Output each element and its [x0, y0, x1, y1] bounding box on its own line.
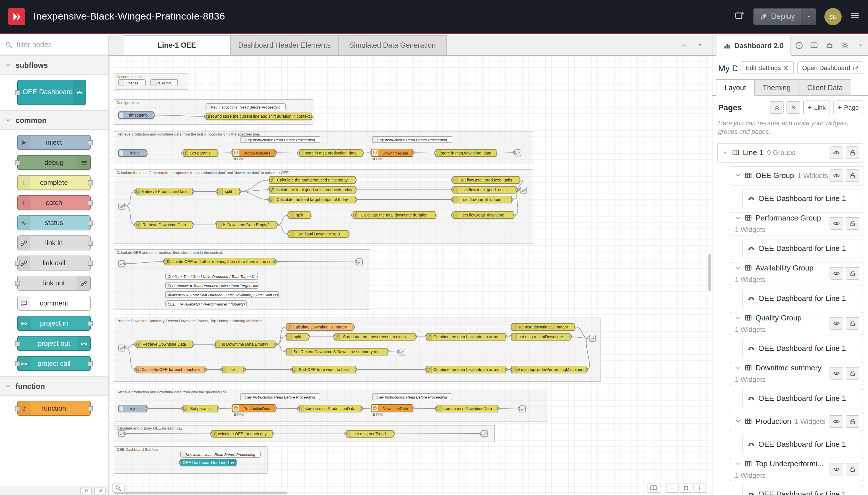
flow-node-comment[interactable]: Key Instructions: Read Before Proceeding: [206, 103, 286, 110]
flow-group[interactable]: Retrieve production and downtime data fr…: [114, 131, 533, 164]
flow-node-function[interactable]: ƒCalculate the total good units produced…: [269, 186, 356, 193]
flow-node-link[interactable]: [520, 187, 527, 193]
flow-node-change[interactable]: store in msg.downtime_data: [435, 149, 497, 157]
palette-node-project-in[interactable]: project in: [17, 316, 91, 331]
flow-node-db[interactable]: ProductionDataFWC: [232, 404, 276, 412]
tree-row-group[interactable]: Top Underperformi...1 Widgets: [730, 457, 863, 481]
flow-node-function[interactable]: ƒCombine the data back into an array.: [426, 366, 506, 373]
flow-node-comment[interactable]: OEE = (Availability) * (Performance) * (…: [165, 300, 247, 307]
flow-node-comment[interactable]: License: [118, 79, 146, 86]
flow-node-comment[interactable]: Quality = Total Good Units Produced / To…: [165, 273, 258, 280]
lock-toggle[interactable]: [846, 146, 860, 159]
flow-node-split[interactable]: split: [286, 333, 309, 341]
lock-toggle[interactable]: [846, 217, 860, 230]
tab-dashboard-2[interactable]: Dashboard 2.0: [716, 36, 791, 56]
tree-row-group[interactable]: Performance Group1 Widgets: [730, 211, 863, 235]
main-menu-button[interactable]: [850, 10, 860, 22]
flow-node-function[interactable]: ƒcalculate OEE for each day: [211, 430, 273, 438]
visibility-toggle[interactable]: [830, 317, 843, 330]
inject-button[interactable]: [119, 113, 123, 118]
visibility-toggle[interactable]: [830, 267, 843, 280]
palette-node-link-out[interactable]: link out: [17, 276, 91, 291]
palette-node-project-out[interactable]: project out: [17, 336, 91, 351]
palette-node-comment[interactable]: comment: [17, 296, 91, 311]
lock-toggle[interactable]: [846, 367, 860, 379]
palette-node-debug[interactable]: debug: [17, 155, 91, 170]
visibility-toggle[interactable]: [830, 415, 843, 428]
lock-toggle[interactable]: [846, 415, 860, 428]
flow-node-comment[interactable]: Key Instructions: Read Before Proceeding: [372, 393, 452, 400]
flow-node-db[interactable]: DowntimeDataFWC: [371, 404, 413, 412]
tab-info[interactable]: [791, 35, 806, 55]
visibility-toggle[interactable]: [830, 217, 843, 230]
inject-button[interactable]: [119, 151, 123, 156]
flow-node-db[interactable]: ProductionDataFWC: [232, 149, 276, 157]
flow-node-funcorange[interactable]: ƒCalculate Downtime Summary: [286, 323, 354, 331]
flow-node-change[interactable]: set msg.downtimeSummary: [511, 323, 575, 331]
tree-row-group[interactable]: Availability Group1 Widgets: [730, 261, 863, 285]
flow-node-function[interactable]: ƒSet params: [183, 405, 218, 412]
tree-row-widget[interactable]: OEE Dashboard for Line 1: [742, 239, 863, 258]
flow-node-change[interactable]: set msg.oeeTrend: [346, 430, 394, 438]
chevron-down-icon[interactable]: [735, 418, 741, 424]
flow-node-function[interactable]: ƒRetrieve Downtime Data: [136, 221, 193, 228]
flow-node-link[interactable]: [398, 348, 405, 356]
flow-node-split[interactable]: split: [217, 188, 240, 195]
tree-row-group[interactable]: Downtime summery1 Widgets: [730, 361, 863, 385]
flow-node-function[interactable]: ƒCalculate OEE and other metrics, then s…: [164, 258, 276, 265]
tab-layout[interactable]: Layout: [716, 79, 754, 96]
deploy-button[interactable]: Deploy: [753, 8, 816, 25]
flow-node-link[interactable]: [514, 149, 521, 156]
sidebar-tab-list-button[interactable]: [852, 35, 868, 55]
flow-node-change[interactable]: set msg.topUnderPerformingMachines: [511, 366, 587, 373]
palette-collapse-categories-button[interactable]: [80, 487, 92, 494]
flowfuse-logo[interactable]: [8, 8, 25, 25]
flow-node-change[interactable]: set flow.total_good_units: [452, 186, 517, 193]
flow-node-link[interactable]: [118, 344, 125, 352]
palette-node-catch[interactable]: !catch: [17, 195, 91, 210]
palette-node-link-call[interactable]: link call: [17, 256, 91, 271]
flow-node-link[interactable]: [589, 335, 596, 342]
flow-node-switch[interactable]: Is Downtime Data Empty?: [215, 341, 276, 348]
flow-node-comment[interactable]: Key Instructions: Read Before Proceeding: [180, 451, 261, 458]
tree-row-widget[interactable]: OEE Dashboard for Line 1: [742, 189, 863, 208]
visibility-toggle[interactable]: [830, 367, 843, 379]
canvas-navigator-button[interactable]: [647, 483, 660, 493]
palette-node-function[interactable]: ffunction: [17, 401, 91, 416]
flow-node-change[interactable]: set flow.total_produced_units: [452, 176, 520, 184]
tree-row-widget[interactable]: OEE Dashboard for Line 1: [742, 389, 863, 408]
lock-toggle[interactable]: [846, 267, 860, 280]
flow-node-comment[interactable]: README: [151, 79, 178, 86]
palette-node-status[interactable]: status: [17, 215, 91, 230]
flow-node-comment[interactable]: Performance = Total Produced Units / Tot…: [165, 282, 258, 289]
open-dashboard-button[interactable]: Open Dashboard: [797, 62, 863, 74]
canvas-vscrollbar[interactable]: [708, 254, 711, 291]
flow-node-comment[interactable]: Key Instructions: Read Before Proceeding: [372, 136, 452, 143]
flow-node-function[interactable]: ƒSet and store the current line and shif…: [206, 113, 312, 120]
flow-node-split[interactable]: split: [222, 366, 245, 373]
flow-node-change[interactable]: set flow.target_output: [452, 196, 512, 203]
flow-node-inject[interactable]: timestamp: [118, 112, 154, 119]
expand-all-button[interactable]: [786, 101, 800, 114]
tab-debug[interactable]: [822, 35, 837, 55]
visibility-toggle[interactable]: [830, 463, 843, 476]
chevron-down-icon[interactable]: [735, 364, 741, 371]
palette-node-complete[interactable]: !complete: [17, 175, 91, 190]
flow-canvas[interactable]: DocumentationConfigurationRetrieve produ…: [109, 56, 712, 495]
chevron-down-icon[interactable]: [735, 314, 741, 321]
chevron-down-icon[interactable]: [735, 264, 741, 271]
chevron-down-icon[interactable]: [735, 172, 741, 178]
flow-tab-line-1-oee[interactable]: Line-1 OEE: [123, 35, 231, 55]
zoom-out-button[interactable]: [666, 483, 679, 493]
visibility-toggle[interactable]: [830, 169, 843, 182]
collapse-all-button[interactable]: [770, 101, 784, 114]
flow-node-change[interactable]: set flow.total_downtime: [452, 211, 514, 219]
canvas-search-button[interactable]: [112, 483, 125, 493]
chevron-down-icon[interactable]: [735, 215, 741, 221]
tab-theming[interactable]: Theming: [754, 79, 799, 96]
zoom-in-button[interactable]: [693, 483, 706, 493]
palette-category-subflows[interactable]: subflows: [0, 55, 108, 75]
flow-node-subflow[interactable]: OEE Dashboard for Line 1: [180, 459, 237, 466]
flow-node-change[interactable]: Set Total Downtime to 0: [288, 230, 349, 238]
flow-node-function[interactable]: ƒCombine the data back into an array.: [426, 333, 506, 341]
